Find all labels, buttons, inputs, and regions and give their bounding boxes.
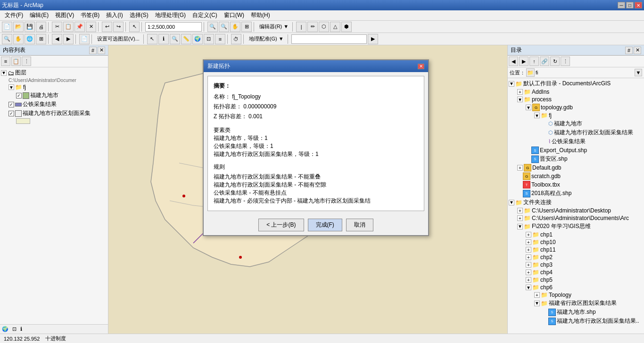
copy-btn[interactable]: 📋 (63, 22, 74, 32)
back-btn[interactable]: ◀ (52, 34, 62, 44)
forward-btn[interactable]: ▶ (63, 34, 74, 44)
catalog-connect[interactable]: 🔗 (540, 57, 549, 66)
exp-chp5[interactable]: + (526, 277, 531, 283)
save-btn[interactable]: 💾 (25, 22, 35, 32)
menu-edit[interactable]: 编辑(E) (27, 10, 51, 20)
globe-btn[interactable]: 🌐 (25, 34, 35, 44)
tree-gongtie[interactable]: 公铁采集结果 (1, 100, 107, 109)
set-selectable-layers[interactable]: 设置可选图层(V)... (95, 35, 141, 42)
georef-dropdown[interactable]: 地理配准(G) ▼ (247, 35, 286, 42)
menu-help[interactable]: 帮助(H) (248, 10, 273, 20)
cat-default-workspace[interactable]: ▼ 📁 默认工作目录 - Documents\ArcGIS (509, 79, 643, 88)
catalog-refresh[interactable]: ↻ (550, 57, 560, 66)
map-area[interactable]: 新建拓扑 ✕ 摘要： 名称： fj_Topology 拓扑容差： 0.00000… (108, 45, 507, 334)
edit-tool5[interactable]: ⬢ (341, 22, 352, 32)
menu-geoprocess[interactable]: 地理处理(G) (152, 10, 189, 20)
left-panel-pin[interactable]: # (89, 47, 97, 54)
cat-fujian-folder[interactable]: ▼ 📁 福建省行政区图划采集结果 (509, 299, 643, 308)
expand-layers[interactable]: ▼ (1, 70, 7, 76)
exp-desktop[interactable]: + (517, 208, 523, 213)
cat-2018shp[interactable]: S 2018高程点.shp (509, 189, 643, 198)
menu-bookmark[interactable]: 书签(B) (78, 10, 102, 20)
search-input[interactable] (291, 34, 367, 44)
zoom-in-btn[interactable]: 🔍 (207, 22, 218, 32)
exp-chp3[interactable]: + (526, 262, 531, 268)
cat-fujian9admin-feature[interactable]: ⬡ 福建九地市行政区划面采集结果 (509, 128, 643, 137)
prev-button[interactable]: < 上一步(B) (258, 219, 304, 231)
select-btn[interactable]: ⊡ (204, 34, 214, 44)
right-panel-close[interactable]: ✕ (634, 47, 641, 54)
time-btn[interactable]: ⏱ (231, 34, 241, 44)
cat-scratch-gdb[interactable]: G scratch.gdb (509, 172, 643, 180)
cat-gis[interactable]: ▼ 📁 F\2020 年学习\GIS思维 (509, 222, 643, 231)
location-icon[interactable]: 📁 (526, 68, 535, 77)
cut-btn[interactable]: ✂ (52, 22, 62, 32)
search-go-btn[interactable]: ▶ (368, 34, 378, 44)
exp-gis[interactable]: ▼ (517, 224, 523, 229)
arrow-tool[interactable]: ↖ (147, 34, 157, 44)
exp-chp11[interactable]: + (526, 247, 531, 253)
cat-chp5[interactable]: + 📁 chp5 (509, 276, 643, 284)
layout-btn[interactable]: 📄 (79, 34, 90, 44)
edit-tool3[interactable]: ⬡ (319, 22, 329, 32)
exp-chp10[interactable]: + (526, 239, 531, 245)
finish-button[interactable]: 完成(F) (308, 219, 342, 231)
cat-default-gdb[interactable]: + G Default.gdb (509, 163, 643, 172)
list-options[interactable]: ⋮ (22, 57, 31, 66)
exp-fj[interactable]: ▼ (534, 113, 540, 118)
tree-item-layers[interactable]: ▼ 🗂 图层 (1, 68, 107, 77)
menu-file[interactable]: 文件(F) (2, 10, 26, 20)
list-by-source[interactable]: 📋 (11, 57, 21, 66)
exp-addins[interactable]: + (517, 89, 523, 95)
tree-fj-group[interactable]: ▼ 📁 fj (1, 83, 107, 91)
exp-default-gdb[interactable]: + (517, 165, 523, 171)
full-extent-btn[interactable]: ⊞ (241, 22, 252, 32)
extent-btn[interactable]: ⊞ (36, 34, 46, 44)
exp-process[interactable]: ▼ (517, 97, 523, 102)
fujian9-checkbox[interactable] (16, 93, 22, 98)
cat-export-shp[interactable]: S Export_Output.shp (509, 146, 643, 155)
menu-customize[interactable]: 自定义(C) (190, 10, 220, 20)
close-button[interactable]: ✕ (635, 2, 642, 8)
editor-dropdown[interactable]: 编辑器(R) ▼ (257, 23, 290, 30)
tree-fujian9[interactable]: 福建九地市 (1, 91, 107, 100)
catalog-up[interactable]: ↑ (529, 57, 539, 66)
cancel-button[interactable]: 取消 (346, 219, 373, 231)
fujian9admin-checkbox[interactable] (8, 111, 14, 116)
menu-view[interactable]: 视图(V) (52, 10, 77, 20)
edit-tool4[interactable]: △ (330, 22, 340, 32)
menu-window[interactable]: 窗口(W) (221, 10, 247, 20)
location-dropdown[interactable]: ▼ (635, 69, 642, 76)
zoom-btn[interactable]: 🔍 (2, 34, 12, 44)
cat-desktop[interactable]: + 📁 C:\Users\Administrator\Desktop (509, 207, 643, 214)
layer-btn[interactable]: ≡ (215, 34, 225, 44)
exp-documents[interactable]: + (517, 215, 523, 221)
cat-chp6[interactable]: ▼ 📁 chp6 (509, 284, 643, 291)
cat-gongtie-feature[interactable]: ⌇ 公铁采集结果 (509, 137, 643, 146)
expand-fj[interactable]: ▼ (8, 84, 14, 90)
new-btn[interactable]: 📄 (2, 22, 12, 32)
catalog-back[interactable]: ◀ (509, 57, 518, 66)
find-btn[interactable]: 🔍 (170, 34, 180, 44)
edit-tool2[interactable]: ✏ (307, 22, 318, 32)
info-btn[interactable]: ℹ (158, 34, 169, 44)
measure-btn[interactable]: 📏 (181, 34, 191, 44)
exp-chp6[interactable]: ▼ (526, 285, 531, 290)
tree-fujian9admin[interactable]: 福建九地市行政区划面采集 (1, 109, 107, 118)
zoom-out-btn[interactable]: 🔍 (219, 22, 229, 32)
exp-topology[interactable]: + (534, 292, 540, 298)
exp-fujian-folder[interactable]: ▼ (534, 301, 540, 306)
dialog-close-btn[interactable]: ✕ (418, 64, 424, 69)
cat-fujian9-feature[interactable]: ⬡ 福建九地市 (509, 119, 643, 128)
list-by-drawing[interactable]: ≡ (1, 57, 10, 66)
redo-btn[interactable]: ↪ (113, 22, 124, 32)
right-panel-pin[interactable]: # (625, 47, 633, 54)
cat-toolbox[interactable]: T Toolbox.tbx (509, 180, 643, 189)
exp-topology-gdb[interactable]: ▼ (526, 105, 531, 110)
left-panel-close[interactable]: ✕ (98, 47, 105, 54)
cat-fujian9-shp[interactable]: S 福建九地市.shp (509, 308, 643, 317)
minimize-button[interactable]: ─ (618, 2, 625, 8)
paste-btn[interactable]: 📌 (74, 22, 85, 32)
pointer-btn[interactable]: ↖ (129, 22, 140, 32)
cat-addins[interactable]: + 📁 AddIns (509, 88, 643, 96)
